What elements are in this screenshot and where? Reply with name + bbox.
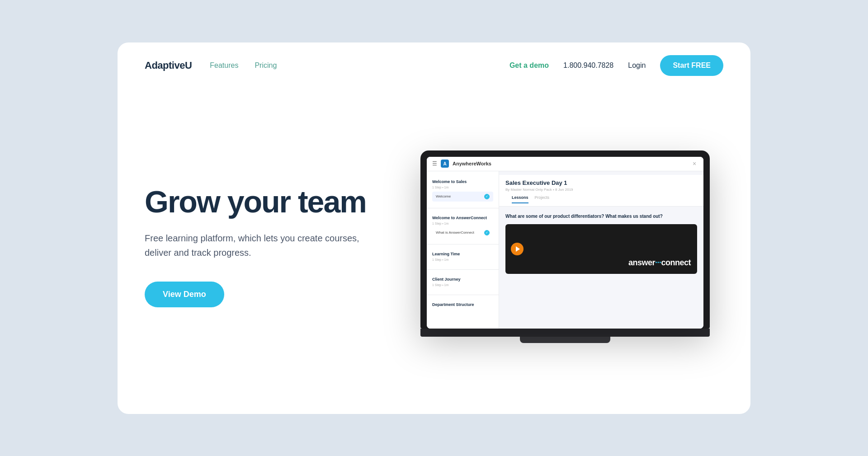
sidebar-section-title-2: Welcome to AnswerConnect bbox=[432, 216, 493, 220]
screen-topbar: ☰ A AnywhereWorks × bbox=[427, 157, 703, 171]
screen-close-button[interactable]: × bbox=[691, 160, 698, 167]
tab-lessons[interactable]: Lessons bbox=[512, 195, 528, 203]
tab-projects[interactable]: Projects bbox=[535, 195, 550, 203]
sidebar-section-2: Welcome to AnswerConnect 1 Step • 1m Wha… bbox=[427, 211, 499, 241]
hero-title: Grow your team bbox=[145, 186, 380, 218]
sidebar-section-4: Client Journey 1 Step • 1m bbox=[427, 273, 499, 292]
screen-logo-box: A bbox=[441, 160, 449, 168]
sidebar-section-5: Department Structure bbox=[427, 298, 499, 311]
laptop-mockup: ☰ A AnywhereWorks × bbox=[420, 150, 710, 343]
screen-course-header: Sales Executive Day 1 By Master Normal O… bbox=[499, 175, 703, 207]
list-item[interactable]: What is AnswerConnect ✓ bbox=[432, 228, 493, 238]
play-button[interactable] bbox=[511, 243, 524, 255]
nav-phone: 1.800.940.7828 bbox=[563, 61, 613, 70]
hero-section: Grow your team Free learning platform, w… bbox=[118, 89, 750, 414]
nav-pricing[interactable]: Pricing bbox=[255, 61, 277, 70]
start-free-button[interactable]: Start FREE bbox=[660, 55, 723, 76]
laptop-base bbox=[420, 329, 710, 337]
laptop-body: ☰ A AnywhereWorks × bbox=[420, 150, 710, 329]
nav-login[interactable]: Login bbox=[628, 61, 646, 70]
check-icon: ✓ bbox=[484, 194, 490, 199]
screen-main: Sales Executive Day 1 By Master Normal O… bbox=[499, 157, 703, 329]
navigation: AdaptiveU Features Pricing Get a demo 1.… bbox=[118, 42, 750, 89]
content-question: What are some of our product differentia… bbox=[505, 213, 697, 220]
sidebar-section-3: Learning Time 1 Step • 1m bbox=[427, 247, 499, 267]
screen-tabs: Lessons Projects bbox=[505, 192, 697, 203]
check-icon: ✓ bbox=[484, 230, 490, 235]
screen-sidebar: Welcome to Sales 1 Step • 1m Welcome ✓ bbox=[427, 157, 499, 329]
main-card: AdaptiveU Features Pricing Get a demo 1.… bbox=[118, 42, 750, 414]
laptop-stand bbox=[520, 337, 610, 343]
hero-right: ☰ A AnywhereWorks × bbox=[407, 150, 723, 343]
logo[interactable]: AdaptiveU bbox=[145, 60, 192, 71]
sidebar-section-1: Welcome to Sales 1 Step • 1m Welcome ✓ bbox=[427, 175, 499, 205]
sidebar-section-title-1: Welcome to Sales bbox=[432, 179, 493, 184]
list-item[interactable]: Welcome ✓ bbox=[432, 192, 493, 202]
hero-subtitle: Free learning platform, which lets you c… bbox=[145, 231, 380, 260]
nav-features[interactable]: Features bbox=[210, 61, 238, 70]
screen-course-title: Sales Executive Day 1 bbox=[505, 179, 697, 186]
screen-course-meta: By Master Normal Only Pack • 8 Jun 2019 bbox=[505, 188, 697, 192]
video-preview[interactable]: answer···connect bbox=[505, 224, 697, 274]
nav-right: Get a demo 1.800.940.7828 Login Start FR… bbox=[509, 55, 723, 76]
content-panel: What are some of our product differentia… bbox=[499, 207, 703, 329]
hero-left: Grow your team Free learning platform, w… bbox=[145, 186, 380, 307]
play-triangle-icon bbox=[516, 246, 520, 252]
screen-inner: Welcome to Sales 1 Step • 1m Welcome ✓ bbox=[427, 157, 703, 329]
laptop-screen: ☰ A AnywhereWorks × bbox=[427, 157, 703, 329]
sidebar-section-title-3: Learning Time bbox=[432, 252, 493, 256]
sidebar-section-title-5: Department Structure bbox=[432, 302, 493, 307]
nav-demo-link[interactable]: Get a demo bbox=[509, 61, 549, 70]
view-demo-button[interactable]: View Demo bbox=[145, 282, 224, 307]
menu-icon: ☰ bbox=[432, 160, 437, 167]
screen-app-name: AnywhereWorks bbox=[453, 161, 491, 166]
sidebar-section-title-4: Client Journey bbox=[432, 277, 493, 282]
video-brand-logo: answer···connect bbox=[628, 258, 691, 268]
nav-links: Features Pricing bbox=[210, 61, 277, 70]
